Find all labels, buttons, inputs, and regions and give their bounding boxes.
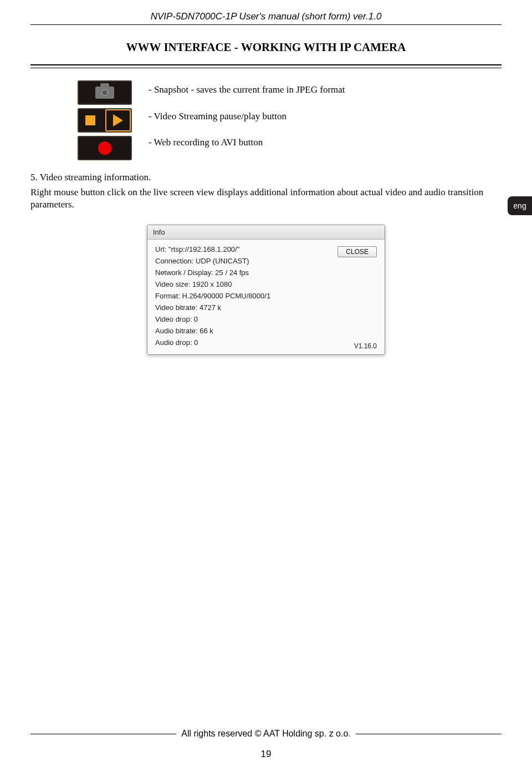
info-video-bitrate: Video bitrate: 4727 k	[155, 303, 270, 312]
record-button[interactable]	[78, 136, 132, 160]
stream-desc: - Video Streaming pause/play button	[149, 109, 345, 124]
section-double-rule	[30, 64, 502, 68]
language-tab[interactable]: eng	[508, 196, 532, 215]
footer-rule-left	[30, 734, 176, 734]
close-button[interactable]: CLOSE	[337, 246, 377, 257]
page-footer: All rights reserved © AAT Holding sp. z …	[30, 729, 502, 760]
info-video-drop: Video drop: 0	[155, 315, 270, 323]
play-half[interactable]	[105, 109, 131, 131]
info-right-col: CLOSE V1.16.0	[337, 245, 377, 350]
icon-description-block: - Snapshot - saves the current frame in …	[78, 80, 502, 162]
stream-pause-play-button[interactable]	[78, 108, 132, 133]
footer-rule-right	[356, 734, 502, 734]
info-video-size: Video size: 1920 x 1080	[155, 280, 270, 288]
info-list: Url: "rtsp://192.168.1.200/" Connection:…	[155, 245, 270, 350]
info-window-title: Info	[147, 225, 385, 240]
info-audio-drop: Audio drop: 0	[155, 338, 270, 347]
footer-rights: All rights reserved © AAT Holding sp. z …	[180, 729, 352, 739]
info-window-body: Url: "rtsp://192.168.1.200/" Connection:…	[147, 240, 385, 354]
info-window: Info Url: "rtsp://192.168.1.200/" Connec…	[147, 225, 385, 355]
info-connection: Connection: UDP (UNICAST)	[155, 257, 270, 265]
play-icon	[113, 114, 123, 126]
section-title: WWW INTERFACE - WORKING WITH IP CAMERA	[30, 40, 502, 54]
snapshot-desc: - Snapshot - saves the current frame in …	[149, 83, 345, 97]
info-version: V1.16.0	[354, 342, 377, 350]
info-audio-bitrate: Audio bitrate: 66 k	[155, 327, 270, 335]
info-format: Format: H.264/90000 PCMU/8000/1	[155, 292, 270, 300]
stop-icon	[85, 115, 95, 125]
stop-half[interactable]	[79, 109, 102, 131]
section5-body: Right mouse button click on the live scr…	[30, 186, 502, 212]
page-number: 19	[30, 749, 502, 760]
info-url: Url: "rtsp://192.168.1.200/"	[155, 245, 270, 253]
icon-descriptions: - Snapshot - saves the current frame in …	[149, 80, 345, 162]
header-rule	[30, 24, 502, 25]
info-screenshot: Info Url: "rtsp://192.168.1.200/" Connec…	[147, 225, 385, 355]
icon-stack	[78, 80, 132, 162]
section5-heading: 5. Video streaming information.	[30, 172, 502, 183]
camera-icon	[95, 87, 114, 99]
record-icon	[98, 141, 111, 155]
doc-header-title: NVIP-5DN7000C-1P User's manual (short fo…	[30, 11, 502, 22]
record-desc: - Web recording to AVI button	[149, 135, 345, 150]
snapshot-button[interactable]	[78, 80, 132, 105]
info-network: Network / Display: 25 / 24 fps	[155, 268, 270, 277]
